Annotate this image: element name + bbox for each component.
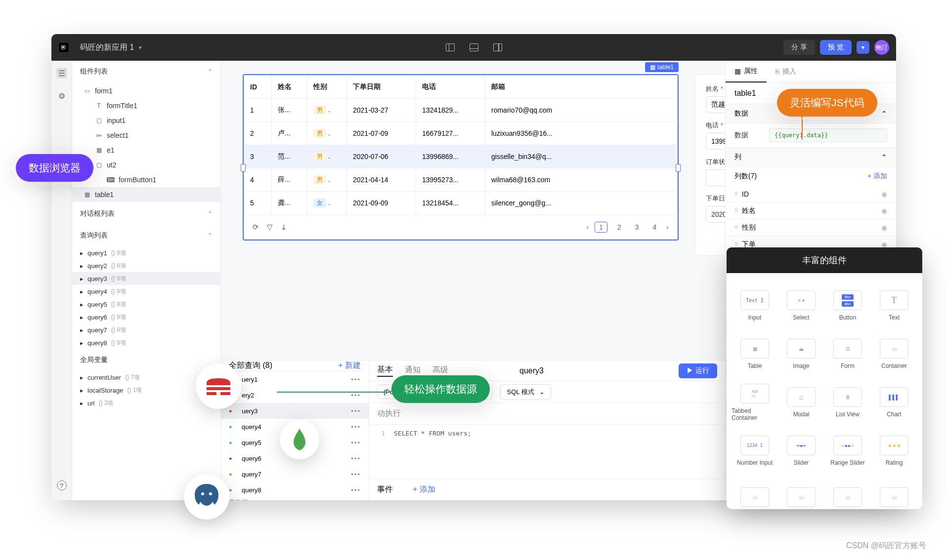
grip-icon[interactable]: ⠿: [734, 208, 737, 213]
eye-icon[interactable]: ◉: [881, 207, 887, 215]
avatar[interactable]: 鲍汀: [874, 40, 889, 55]
palette-item[interactable]: 1234 INumber Input: [731, 428, 778, 474]
query-list-item[interactable]: ●uery3•••: [221, 403, 369, 419]
section-globals[interactable]: 全局变量: [72, 349, 220, 371]
column-item[interactable]: ⠿姓名◉: [726, 202, 896, 219]
palette-item[interactable]: A|B▭Tabbed Container: [731, 380, 778, 425]
section-dialogs[interactable]: 对话框列表 ⌃: [72, 203, 220, 225]
query-row[interactable]: ▸query8{} 9项: [72, 336, 220, 349]
sql-editor[interactable]: 1 SELECT * FROM users;: [369, 425, 725, 479]
more-icon[interactable]: •••: [351, 376, 361, 383]
tree-item-select1[interactable]: ≔select1: [72, 128, 220, 143]
col-phone[interactable]: 电话: [416, 76, 485, 99]
more-icon[interactable]: •••: [351, 423, 361, 431]
grip-icon[interactable]: ⠿: [734, 225, 737, 230]
next-page-icon[interactable]: ›: [666, 223, 669, 231]
col-id[interactable]: ID: [244, 76, 272, 99]
palette-item[interactable]: ▭: [778, 477, 824, 509]
palette-item[interactable]: ▭: [871, 477, 917, 509]
palette-item[interactable]: TText: [871, 283, 917, 328]
tree-item-e1[interactable]: ▦e1: [72, 143, 220, 158]
query-row[interactable]: ▸query3{} 9项: [72, 272, 220, 285]
palette-item[interactable]: ★★★Rating: [871, 428, 917, 474]
palette-item[interactable]: BtnBtnButton: [824, 283, 871, 328]
caret-up-icon[interactable]: ⌃: [208, 232, 213, 239]
panel-right-icon[interactable]: [493, 43, 502, 51]
query-row[interactable]: ▸query7{} 9项: [72, 323, 220, 336]
table-widget[interactable]: ▦table1 ID 姓名 性别 下单日期 电话 邮箱 1张..: [243, 74, 679, 240]
query-row[interactable]: ▸query5{} 9项: [72, 298, 220, 311]
query-row[interactable]: ▸query2{} 9项: [72, 259, 220, 272]
table-row[interactable]: 2卢...男 .2021-07-0916679127...luzixuan935…: [244, 122, 678, 145]
more-icon[interactable]: •••: [351, 407, 361, 415]
palette-item[interactable]: ━●━Slider: [778, 428, 824, 474]
add-column-button[interactable]: + 添加: [867, 172, 887, 181]
section-queries[interactable]: 查询列表 ⌃: [72, 225, 220, 246]
sql-code[interactable]: SELECT * FROM users;: [389, 425, 725, 479]
palette-item[interactable]: ─●●─Range Slider: [824, 428, 871, 474]
table-row[interactable]: 3范...男 .2020-07-0613996869...gisselle_bi…: [244, 145, 678, 168]
refresh-icon[interactable]: ⟳: [253, 223, 259, 232]
page-3[interactable]: 3: [631, 222, 643, 232]
more-icon[interactable]: •••: [351, 455, 361, 462]
app-title[interactable]: 码匠的新应用 1: [80, 42, 134, 53]
page-1[interactable]: 1: [595, 222, 607, 233]
query-list-item[interactable]: ●ery2•••: [221, 387, 369, 403]
tree-item-input1[interactable]: ▢input1: [72, 113, 220, 128]
tab-basic[interactable]: 基本: [377, 364, 393, 377]
query-row[interactable]: ▸query1{} 9项: [72, 246, 220, 259]
more-icon[interactable]: •••: [351, 471, 361, 478]
page-2[interactable]: 2: [613, 222, 625, 232]
preview-dropdown-icon[interactable]: ▾: [857, 41, 869, 54]
query-list-item[interactable]: ●query7•••: [221, 466, 369, 482]
new-query-button[interactable]: + 新建: [338, 360, 361, 371]
layout-toggle-group[interactable]: [446, 43, 502, 51]
column-item[interactable]: ⠿性别◉: [726, 219, 896, 236]
run-button[interactable]: ▶ 运行: [679, 363, 717, 378]
palette-item[interactable]: ☰Form: [824, 331, 871, 377]
caret-up-icon[interactable]: ⌃: [208, 210, 213, 217]
palette-item[interactable]: ⛰Image: [778, 331, 824, 377]
tree-item-formtitle[interactable]: TformTitle1: [72, 98, 220, 113]
eye-icon[interactable]: ◉: [881, 190, 887, 198]
more-icon[interactable]: •••: [351, 439, 361, 446]
prev-page-icon[interactable]: ‹: [586, 223, 589, 231]
grip-icon[interactable]: ⠿: [734, 241, 737, 247]
caret-up-icon[interactable]: ⌃: [208, 68, 213, 75]
palette-item[interactable]: ≣List View: [824, 380, 871, 425]
share-button[interactable]: 分 享: [783, 40, 815, 55]
global-row[interactable]: ▸url{} 3项: [72, 397, 220, 409]
table-row[interactable]: 4薛...男 .2021-04-1413995273...wilma68@163…: [244, 168, 678, 192]
page-4[interactable]: 4: [649, 222, 661, 232]
tab-properties[interactable]: ▦属性: [726, 61, 767, 82]
sql-mode-select[interactable]: SQL 模式⌄: [500, 384, 551, 400]
palette-item[interactable]: Text IInput: [731, 283, 778, 328]
section-components[interactable]: 组件列表 ⌃: [72, 61, 220, 82]
resize-handle-icon[interactable]: [676, 164, 681, 172]
query-list-item[interactable]: ●query8•••: [221, 482, 369, 498]
filter-icon[interactable]: ▽: [267, 223, 273, 232]
palette-item[interactable]: ▭Container: [871, 331, 917, 377]
help-icon[interactable]: ?: [57, 480, 67, 490]
explorer-icon[interactable]: ☰: [56, 68, 67, 79]
form-widget[interactable]: 姓名* 电话* 订单状态* ⌄ 下单日期* 2020-07-06🗓 提交修改: [695, 74, 725, 256]
palette-item[interactable]: ▦Table: [731, 331, 778, 377]
query-row[interactable]: ▸query4{} 9项: [72, 285, 220, 298]
download-icon[interactable]: ⤓: [281, 223, 287, 232]
more-icon[interactable]: •••: [351, 486, 361, 494]
tree-item-form1[interactable]: ▭form1: [72, 83, 220, 98]
metadata-row[interactable]: 元数据⌃: [221, 498, 369, 500]
palette-item[interactable]: ◻Modal: [778, 380, 824, 425]
settings-icon[interactable]: ⚙: [56, 90, 67, 101]
data-binding-input[interactable]: {{query1.data}}: [769, 128, 887, 142]
tab-insert[interactable]: ⎘插入: [767, 61, 805, 82]
query-list-item[interactable]: ●uery1•••: [221, 371, 369, 387]
panel-bottom-icon[interactable]: [470, 43, 478, 51]
eye-icon[interactable]: ◉: [881, 224, 887, 232]
query-name[interactable]: query3: [519, 366, 544, 375]
query-row[interactable]: ▸query6{} 9项: [72, 311, 220, 323]
status-select[interactable]: ⌄: [706, 169, 725, 186]
grip-icon[interactable]: ⠿: [734, 191, 737, 197]
palette-item[interactable]: ▭: [731, 477, 778, 509]
column-item[interactable]: ⠿ID◉: [726, 186, 896, 202]
